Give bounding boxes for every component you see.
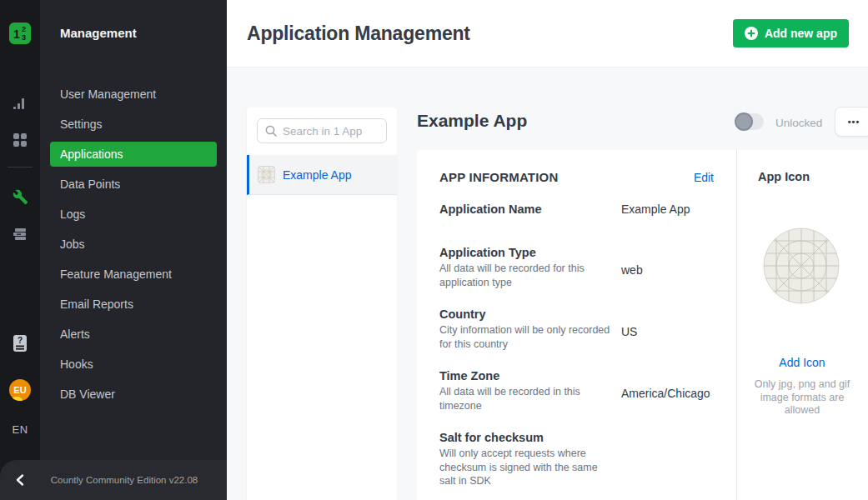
row-label: Application Name — [439, 201, 621, 218]
sidebar-item-user-management[interactable]: User Management — [50, 79, 217, 109]
icon-format-note: Only jpg, png and gif image formats are … — [744, 378, 860, 418]
app-icon-placeholder — [762, 227, 840, 305]
app-icon-heading: App Icon — [758, 170, 810, 183]
avatar-initials: EU — [13, 385, 26, 395]
management-wrench-icon[interactable] — [0, 189, 40, 205]
app-search — [257, 118, 387, 143]
apps-grid-icon[interactable] — [0, 132, 40, 148]
management-sidebar: Management User Management Settings Appl… — [40, 0, 227, 500]
info-row-country: Country City information will be only re… — [439, 306, 714, 351]
help-guide-icon[interactable]: ? — [0, 334, 40, 352]
app-icon-card: App Icon — [737, 150, 868, 500]
sidebar-item-logs[interactable]: Logs — [50, 199, 217, 229]
rail-divider — [8, 167, 33, 168]
row-description: All data will be recorded for this appli… — [439, 262, 610, 289]
more-options-button[interactable]: ••• — [835, 107, 868, 137]
sidebar-item-alerts[interactable]: Alerts — [50, 319, 217, 349]
info-row-application-type: Application Type All data will be record… — [439, 244, 714, 289]
sidebar-title: Management — [60, 26, 137, 40]
user-avatar[interactable]: EU — [9, 379, 31, 401]
ellipsis-icon: ••• — [848, 117, 860, 127]
sidebar-item-db-viewer[interactable]: DB Viewer — [50, 379, 217, 409]
sidebar-item-feature-management[interactable]: Feature Management — [50, 259, 217, 289]
sidebar-item-applications[interactable]: Applications — [50, 142, 217, 167]
row-description: City information will be only recorded f… — [439, 323, 610, 351]
collapse-sidebar-button[interactable] — [0, 473, 40, 487]
row-label: Time Zone — [439, 368, 621, 384]
countly-app-window: 1 2 3 — [0, 0, 868, 500]
row-value — [621, 429, 714, 488]
page-title: Application Management — [247, 22, 470, 45]
edit-link[interactable]: Edit — [694, 171, 714, 184]
icon-rail: 1 2 3 — [0, 0, 40, 500]
row-value: web — [621, 244, 714, 289]
row-description: All data will be recorded in this timezo… — [439, 385, 610, 412]
svg-text:2: 2 — [22, 25, 26, 33]
version-label: Countly Community Edition v22.08 — [40, 475, 227, 485]
main-area: Application Management Add new app — [227, 0, 868, 500]
row-label: Country — [439, 306, 621, 322]
countly-logo-icon[interactable]: 1 2 3 — [9, 22, 31, 44]
row-value: Example App — [621, 201, 714, 218]
app-detail-title: Example App — [417, 111, 527, 131]
app-information-heading: APP INFORMATION — [439, 170, 558, 184]
server-stack-icon[interactable] — [0, 227, 40, 242]
row-label: Salt for checksum — [439, 429, 621, 446]
svg-text:3: 3 — [22, 33, 26, 42]
info-row-salt-for-checksum: Salt for checksum Will only accept reque… — [439, 429, 714, 488]
app-item-label: Example App — [283, 168, 352, 182]
lock-toggle[interactable] — [735, 113, 764, 130]
add-new-app-button[interactable]: Add new app — [733, 19, 849, 48]
info-row-application-name: Application Name Example App — [439, 201, 714, 218]
info-row-time-zone: Time Zone All data will be recorded in t… — [439, 368, 714, 412]
sidebar-item-settings[interactable]: Settings — [50, 109, 217, 139]
page-header: Application Management Add new app — [227, 0, 868, 68]
sidebar-item-data-points[interactable]: Data Points — [50, 169, 217, 199]
language-selector[interactable]: EN — [0, 423, 40, 436]
app-list-item-example-app[interactable]: Example App — [247, 155, 397, 195]
app-detail-cards: APP INFORMATION Edit Application Name Ex… — [417, 150, 868, 500]
svg-text:1: 1 — [13, 28, 20, 41]
row-value: US — [621, 306, 714, 351]
sidebar-menu: User Management Settings Applications Da… — [40, 79, 227, 409]
search-icon — [264, 124, 278, 138]
analytics-icon[interactable] — [0, 96, 40, 111]
app-placeholder-icon — [258, 166, 275, 183]
toggle-knob — [735, 112, 753, 131]
sidebar-footer: Countly Community Edition v22.08 — [0, 460, 227, 500]
app-list-panel: Example App — [247, 108, 397, 500]
content-area: Example App Example App Unlocked ••• APP… — [227, 68, 868, 500]
svg-text:?: ? — [18, 336, 23, 345]
sidebar-item-email-reports[interactable]: Email Reports — [50, 289, 217, 319]
row-label: Application Type — [439, 244, 621, 261]
lock-state-label: Unlocked — [775, 117, 822, 129]
sidebar-item-hooks[interactable]: Hooks — [50, 349, 217, 379]
add-icon-link[interactable]: Add Icon — [737, 356, 867, 369]
row-value: America/Chicago — [621, 368, 714, 412]
row-description: Will only accept requests where checksum… — [439, 447, 610, 488]
sidebar-item-jobs[interactable]: Jobs — [50, 229, 217, 259]
app-information-card: APP INFORMATION Edit Application Name Ex… — [417, 150, 737, 500]
plus-circle-icon — [745, 27, 758, 40]
